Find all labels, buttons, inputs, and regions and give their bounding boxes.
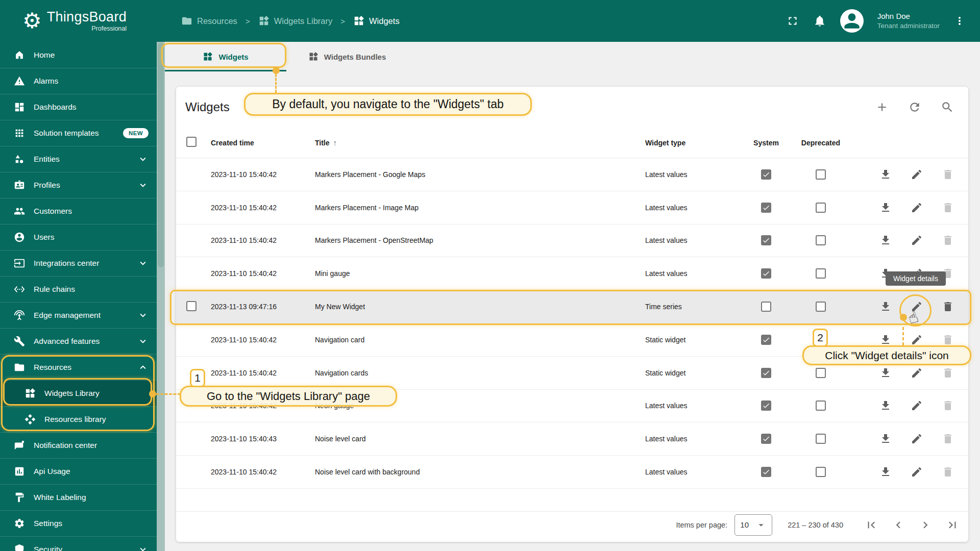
sidebar-scrollbar[interactable] bbox=[157, 42, 165, 551]
chevron-up-icon[interactable] bbox=[137, 362, 149, 373]
edit-icon[interactable] bbox=[911, 168, 923, 181]
edit-icon[interactable] bbox=[911, 334, 923, 346]
deprecated-checkbox[interactable] bbox=[816, 235, 826, 245]
deprecated-checkbox[interactable] bbox=[816, 302, 826, 312]
items-per-page-select[interactable]: 10 bbox=[734, 514, 772, 536]
sidebar-item-notification-center[interactable]: Notification center bbox=[0, 432, 157, 458]
deprecated-checkbox[interactable] bbox=[816, 203, 826, 213]
delete-icon[interactable] bbox=[942, 234, 954, 246]
edit-icon[interactable] bbox=[911, 433, 923, 445]
delete-icon[interactable] bbox=[942, 202, 954, 214]
delete-icon[interactable] bbox=[942, 399, 954, 412]
search-icon[interactable] bbox=[941, 101, 954, 114]
last-page-button[interactable] bbox=[946, 518, 959, 532]
select-all-checkbox[interactable] bbox=[186, 137, 197, 147]
download-icon[interactable] bbox=[879, 168, 892, 181]
sidebar-item-home[interactable]: Home bbox=[0, 42, 157, 68]
system-checkbox[interactable] bbox=[761, 302, 771, 312]
previous-page-button[interactable] bbox=[892, 518, 905, 532]
column-header-widget-type[interactable]: Widget type bbox=[641, 139, 738, 147]
download-icon[interactable] bbox=[879, 334, 892, 346]
deprecated-checkbox[interactable] bbox=[816, 467, 826, 477]
chevron-down-icon[interactable] bbox=[137, 180, 149, 191]
kebab-menu-icon[interactable] bbox=[953, 15, 966, 27]
sidebar-item-entities[interactable]: Entities bbox=[0, 146, 157, 172]
sidebar-item-solution-templates[interactable]: Solution templatesNEW bbox=[0, 120, 157, 146]
download-icon[interactable] bbox=[879, 202, 892, 214]
table-row[interactable]: 2023-11-10 15:40:42 Noise level card wit… bbox=[176, 456, 968, 489]
deprecated-checkbox[interactable] bbox=[816, 169, 826, 180]
table-row[interactable]: 2023-11-10 15:40:43 Noise level card Lat… bbox=[176, 422, 968, 456]
deprecated-checkbox[interactable] bbox=[816, 434, 826, 444]
delete-icon[interactable] bbox=[942, 334, 954, 346]
avatar[interactable] bbox=[840, 9, 864, 33]
fullscreen-icon[interactable] bbox=[786, 14, 799, 28]
sidebar-item-resources-library[interactable]: Resources library bbox=[0, 406, 157, 432]
system-checkbox[interactable] bbox=[761, 203, 771, 213]
edit-icon[interactable] bbox=[911, 234, 923, 246]
chevron-down-icon[interactable] bbox=[137, 336, 149, 347]
breadcrumb-item-resources[interactable]: Resources bbox=[181, 15, 237, 27]
table-row[interactable]: 2023-11-10 15:40:42 Markers Placement - … bbox=[176, 191, 968, 224]
sidebar-item-security[interactable]: Security bbox=[0, 536, 157, 551]
system-checkbox[interactable] bbox=[761, 235, 771, 245]
refresh-icon[interactable] bbox=[908, 101, 921, 114]
table-row[interactable]: 2023-11-10 15:40:42 Markers Placement - … bbox=[176, 224, 968, 258]
delete-icon[interactable] bbox=[942, 466, 954, 478]
edit-icon[interactable] bbox=[911, 466, 923, 478]
deprecated-checkbox[interactable] bbox=[816, 400, 826, 411]
system-checkbox[interactable] bbox=[761, 434, 771, 444]
tab-widgets-bundles[interactable]: Widgets Bundles bbox=[286, 42, 408, 71]
sidebar-item-rule-chains[interactable]: Rule chains bbox=[0, 276, 157, 302]
column-header-system[interactable]: System bbox=[738, 139, 794, 147]
sidebar-item-users[interactable]: Users bbox=[0, 224, 157, 250]
sidebar-item-resources[interactable]: Resources bbox=[0, 354, 157, 380]
sidebar-item-widgets-library[interactable]: Widgets Library bbox=[0, 380, 157, 406]
edit-icon[interactable] bbox=[911, 202, 923, 214]
deprecated-checkbox[interactable] bbox=[816, 268, 826, 279]
download-icon[interactable] bbox=[879, 466, 892, 478]
column-header-title[interactable]: Title↑ bbox=[311, 138, 641, 147]
system-checkbox[interactable] bbox=[761, 335, 771, 345]
sidebar-item-dashboards[interactable]: Dashboards bbox=[0, 94, 157, 120]
sidebar-item-integrations-center[interactable]: Integrations center bbox=[0, 250, 157, 276]
download-icon[interactable] bbox=[879, 399, 892, 412]
column-header-created-time[interactable]: Created time bbox=[207, 139, 311, 147]
system-checkbox[interactable] bbox=[761, 268, 771, 279]
tab-widgets[interactable]: Widgets bbox=[165, 42, 286, 71]
notifications-bell-icon[interactable] bbox=[813, 14, 826, 28]
download-icon[interactable] bbox=[879, 367, 892, 379]
sidebar-item-profiles[interactable]: Profiles bbox=[0, 172, 157, 198]
system-checkbox[interactable] bbox=[761, 368, 771, 378]
download-icon[interactable] bbox=[879, 234, 892, 246]
column-header-deprecated[interactable]: Deprecated bbox=[794, 139, 847, 147]
row-checkbox[interactable] bbox=[186, 301, 197, 311]
edit-icon[interactable] bbox=[911, 399, 923, 412]
user-info[interactable]: John Doe Tenant administrator bbox=[877, 11, 940, 30]
sidebar-scrollbar-thumb[interactable] bbox=[158, 43, 164, 267]
deprecated-checkbox[interactable] bbox=[816, 368, 826, 378]
chevron-down-icon[interactable] bbox=[137, 310, 149, 321]
first-page-button[interactable] bbox=[865, 518, 878, 532]
sidebar-item-white-labeling[interactable]: White Labeling bbox=[0, 484, 157, 510]
delete-icon[interactable] bbox=[942, 433, 954, 445]
breadcrumb-item-widgets[interactable]: Widgets bbox=[353, 15, 400, 27]
sidebar-item-alarms[interactable]: Alarms bbox=[0, 68, 157, 94]
download-icon[interactable] bbox=[879, 300, 892, 313]
sidebar-item-advanced-features[interactable]: Advanced features bbox=[0, 328, 157, 354]
system-checkbox[interactable] bbox=[761, 400, 771, 411]
delete-icon[interactable] bbox=[942, 300, 954, 313]
table-row[interactable]: 2023-11-10 15:40:42 Mini gauge Latest va… bbox=[176, 257, 968, 290]
delete-icon[interactable] bbox=[942, 168, 954, 181]
sidebar-item-settings[interactable]: Settings bbox=[0, 510, 157, 536]
download-icon[interactable] bbox=[879, 433, 892, 445]
table-row[interactable]: 2023-11-13 09:47:16 My New Widget Time s… bbox=[176, 290, 968, 323]
delete-icon[interactable] bbox=[942, 367, 954, 379]
table-row[interactable]: 2023-11-10 15:40:42 Markers Placement - … bbox=[176, 158, 968, 191]
sidebar-item-edge-management[interactable]: Edge management bbox=[0, 302, 157, 328]
sidebar-item-customers[interactable]: Customers bbox=[0, 198, 157, 224]
sidebar-item-api-usage[interactable]: Api Usage bbox=[0, 458, 157, 484]
add-widget-button[interactable] bbox=[875, 101, 889, 114]
breadcrumb-item-widgets-library[interactable]: Widgets Library bbox=[258, 15, 333, 27]
edit-icon[interactable] bbox=[911, 367, 923, 379]
